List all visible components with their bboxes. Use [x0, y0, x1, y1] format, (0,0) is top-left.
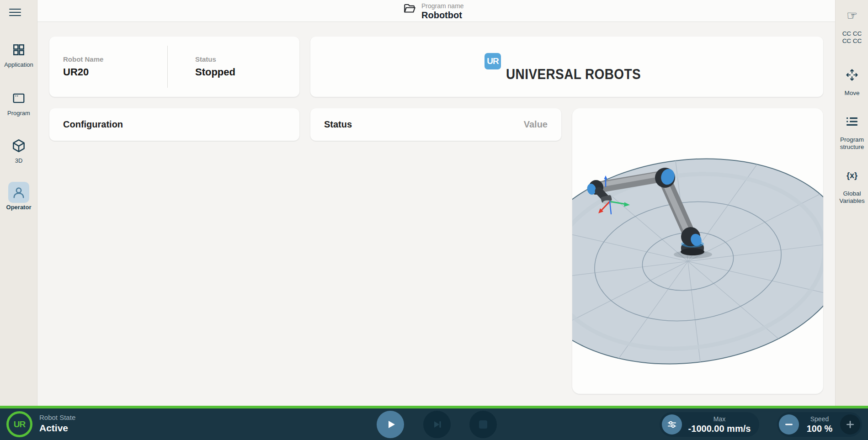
header: Program name Robotbot: [37, 0, 835, 22]
speed-label: Speed: [800, 415, 839, 423]
robot-3d-scene: [572, 108, 823, 394]
right-item-label-line: Program: [836, 136, 868, 143]
stop-button[interactable]: [469, 411, 497, 438]
stop-icon: [478, 419, 489, 430]
configuration-card: Configuration: [49, 108, 299, 141]
speed-value: 100 %: [800, 424, 839, 434]
robot-state-value: Active: [39, 423, 75, 434]
configuration-title: Configuration: [63, 119, 123, 130]
status-value-header: Value: [524, 119, 548, 130]
hamburger-menu-button[interactable]: [9, 5, 27, 19]
robot-name-label: Robot Name: [63, 55, 167, 63]
play-button[interactable]: [377, 411, 404, 438]
robot-info-card: Robot Name UR20 Status Stopped: [49, 37, 299, 97]
robot-state-label: Robot State: [39, 413, 75, 421]
sidebar-item-label: Operator: [0, 204, 37, 211]
status-title: Status: [324, 119, 352, 130]
minus-icon: [784, 419, 794, 429]
sidebar-item-operator[interactable]: Operator: [0, 182, 37, 211]
play-icon: [384, 419, 396, 430]
robot-status-value: Stopped: [195, 66, 299, 78]
global-variables-icon: {x}: [836, 167, 868, 184]
right-item-label-line: Variables: [836, 197, 868, 205]
active-item-highlight: [8, 182, 29, 203]
max-value: -1000.00 mm/s: [686, 424, 753, 434]
right-item-label-line: CC CC: [836, 37, 868, 45]
robot-3d-viewport[interactable]: [572, 108, 823, 394]
max-speed-pill: Max -1000.00 mm/s: [660, 412, 759, 437]
sliders-icon: [666, 419, 677, 430]
left-sidebar: Application Program 3D: [0, 0, 37, 406]
operator-person-icon: [12, 186, 26, 199]
speed-settings-button[interactable]: [662, 414, 682, 435]
right-item-label-line: CC CC: [836, 30, 868, 37]
program-name-label: Program name: [421, 2, 464, 10]
right-item-label-line: structure: [836, 143, 868, 151]
sidebar-item-3d[interactable]: 3D: [0, 135, 37, 164]
right-sidebar: ☞ CC CC CC CC Move: [835, 0, 868, 406]
divider: [167, 46, 168, 88]
move-arrows-icon: [836, 67, 868, 83]
right-item-freedrive[interactable]: ☞ CC CC CC CC: [836, 7, 868, 45]
sidebar-item-label: 3D: [0, 157, 37, 164]
program-structure-icon: [836, 113, 868, 130]
main-content: Robot Name UR20 Status Stopped UR UNIVER…: [37, 22, 835, 406]
speed-decrease-button[interactable]: [779, 414, 799, 435]
brand-card: UR UNIVERSAL ROBOTS: [310, 37, 823, 97]
ur-logo-mark: UR: [485, 53, 501, 69]
program-name-value: Robotbot: [421, 10, 464, 21]
program-name-button[interactable]: Program name Robotbot: [403, 2, 464, 21]
max-label: Max: [686, 415, 753, 423]
step-forward-button[interactable]: [423, 411, 451, 438]
speed-pill: Speed 100 %: [777, 412, 862, 437]
right-item-label-line: Move: [836, 90, 868, 97]
folder-open-icon: [403, 2, 416, 15]
plus-icon: [845, 419, 856, 430]
program-window-icon: [0, 88, 37, 109]
sidebar-item-label: Application: [0, 61, 37, 68]
3d-cube-icon: [0, 135, 37, 156]
robot-status-label: Status: [195, 55, 299, 63]
sidebar-item-program[interactable]: Program: [0, 88, 37, 117]
right-item-move[interactable]: Move: [836, 67, 868, 97]
freedrive-hand-icon: ☞: [836, 7, 868, 24]
sidebar-item-label: Program: [0, 110, 37, 117]
robot-name-value: UR20: [63, 66, 167, 78]
ur-logo-wordmark: UNIVERSAL ROBOTS: [506, 66, 641, 83]
status-card: Status Value: [310, 108, 561, 141]
right-item-global-variables[interactable]: {x} Global Variables: [836, 167, 868, 205]
step-forward-icon: [431, 418, 443, 431]
floor-grid: [572, 141, 823, 382]
sidebar-item-application[interactable]: Application: [0, 39, 37, 68]
ur-badge-mark: UR: [14, 419, 25, 429]
right-item-label-line: Global: [836, 190, 868, 197]
speed-increase-button[interactable]: [840, 414, 860, 435]
ur-badge: UR: [6, 411, 32, 437]
right-item-program-structure[interactable]: Program structure: [836, 113, 868, 151]
app-root: Application Program 3D: [0, 0, 868, 440]
universal-robots-logo: UR UNIVERSAL ROBOTS: [485, 53, 656, 83]
footer-bar: UR Robot State Active: [0, 408, 868, 440]
application-grid-icon: [0, 39, 37, 60]
